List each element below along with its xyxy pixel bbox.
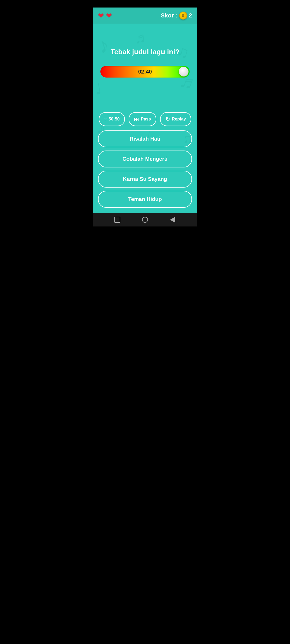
score-display: Skor : $ 2 [161,12,192,20]
answer-label-3: Karna Su Sayang [123,176,167,182]
answer-button-3[interactable]: Karna Su Sayang [98,171,192,188]
heart-icon-1: ❤ [98,12,104,20]
fifty-fifty-button[interactable]: 50:50 [99,112,125,126]
nav-back-button[interactable] [168,215,177,224]
pass-label: Pass [141,117,151,122]
question-text: Tebak judul lagu ini? [103,48,188,56]
timer-bar: 02:40 [100,66,190,78]
fifty-fifty-label: 50:50 [109,117,120,122]
answer-button-1[interactable]: Risalah Hati [98,130,192,147]
status-bar [93,0,197,8]
answer-buttons-container: Risalah Hati Cobalah Mengerti Karna Su S… [93,130,197,211]
replay-icon [165,116,170,122]
timer-bar-container: 02:40 [100,66,190,78]
action-buttons-row: 50:50 Pass Replay [93,112,197,126]
answer-button-4[interactable]: Teman Hidup [98,191,192,208]
answer-label-4: Teman Hidup [128,196,162,202]
fifty-fifty-icon [104,116,107,122]
heart-icon-2: ❤ [106,12,112,20]
replay-button[interactable]: Replay [160,112,191,126]
back-icon [170,217,175,223]
header: ❤ ❤ Skor : $ 2 [93,8,197,24]
pass-button[interactable]: Pass [129,112,156,126]
score-value: 2 [189,12,192,19]
navigation-bar [93,213,197,226]
coin-icon: $ [179,12,187,20]
answer-label-2: Cobalah Mengerti [122,156,168,162]
replay-label: Replay [172,117,186,122]
timer-thumb [179,67,189,76]
pass-icon [134,116,139,122]
lives-display: ❤ ❤ [98,12,112,20]
main-content: ♪ ♫ ♩ ♬ ♪ ♫ ♩ ♬ Tebak judul lagu ini? 02… [93,24,197,213]
answer-button-2[interactable]: Cobalah Mengerti [98,151,192,167]
square-icon [114,217,120,223]
answer-label-1: Risalah Hati [130,136,160,142]
timer-display: 02:40 [138,69,152,75]
circle-icon [142,217,148,223]
score-label: Skor : [161,12,177,19]
nav-square-button[interactable] [113,215,122,224]
nav-home-button[interactable] [141,215,149,224]
